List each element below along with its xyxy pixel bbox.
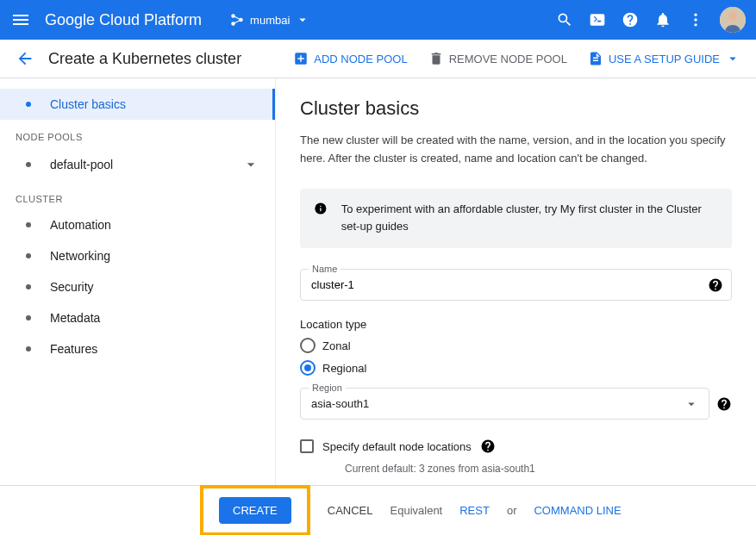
nav-section-cluster: CLUSTER: [0, 182, 275, 209]
header-actions: [556, 7, 746, 33]
add-node-pool-button[interactable]: ADD NODE POOL: [293, 51, 407, 66]
info-banner: To experiment with an affordable cluster…: [300, 189, 732, 249]
name-label: Name: [309, 264, 341, 274]
bullet-icon: [26, 162, 31, 167]
equivalent-label: Equivalent: [390, 504, 443, 517]
brand-title: Google Cloud Platform: [45, 11, 202, 29]
use-setup-guide-button[interactable]: USE A SETUP GUIDE: [588, 51, 740, 66]
dropdown-icon: [725, 51, 740, 66]
radio-icon: [300, 338, 316, 353]
checkbox-icon: [300, 439, 314, 453]
name-input[interactable]: [300, 269, 732, 301]
nav-default-pool[interactable]: default-pool: [0, 147, 275, 182]
content-title: Cluster basics: [300, 97, 732, 120]
back-icon[interactable]: [16, 49, 34, 68]
nav-automation[interactable]: Automation: [0, 209, 275, 240]
bullet-icon: [26, 253, 31, 258]
create-button[interactable]: CREATE: [219, 497, 291, 524]
user-avatar[interactable]: [720, 7, 746, 33]
nav-networking[interactable]: Networking: [0, 240, 275, 271]
project-icon: [229, 12, 245, 28]
name-field: Name: [300, 269, 732, 301]
page-title: Create a Kubernetes cluster: [48, 50, 293, 68]
project-name: mumbai: [250, 14, 290, 27]
nav-features[interactable]: Features: [0, 333, 275, 364]
svg-point-3: [694, 14, 697, 16]
radio-regional[interactable]: Regional: [300, 360, 732, 376]
nav-section-node-pools: NODE POOLS: [0, 120, 275, 147]
bullet-icon: [26, 346, 31, 351]
region-select[interactable]: asia-south1: [300, 388, 709, 420]
project-selector[interactable]: mumbai: [222, 9, 317, 31]
region-label: Region: [309, 383, 346, 393]
content-description: The new cluster will be created with the…: [300, 132, 732, 168]
main-content: Cluster basics The new cluster will be c…: [276, 78, 756, 485]
global-header: Google Cloud Platform mumbai: [0, 0, 756, 40]
or-label: or: [507, 504, 517, 517]
radio-icon: [300, 360, 316, 376]
bullet-icon: [26, 222, 31, 227]
page-header: Create a Kubernetes cluster ADD NODE POO…: [0, 40, 756, 78]
command-line-link[interactable]: COMMAND LINE: [534, 504, 621, 517]
delete-icon: [428, 51, 444, 66]
help-icon[interactable]: [708, 277, 723, 293]
help-icon[interactable]: [480, 439, 496, 454]
notifications-icon[interactable]: [654, 11, 672, 28]
menu-icon[interactable]: [10, 9, 31, 30]
add-box-icon: [293, 51, 309, 66]
location-type-label: Location type: [300, 318, 732, 331]
bullet-icon: [26, 284, 31, 289]
search-icon[interactable]: [556, 11, 573, 28]
dropdown-icon: [295, 12, 310, 28]
cancel-button[interactable]: CANCEL: [328, 504, 373, 517]
specify-default-checkbox[interactable]: Specify default node locations: [300, 439, 732, 454]
help-icon[interactable]: [716, 396, 732, 412]
bullet-icon: [26, 315, 31, 320]
nav-cluster-basics[interactable]: Cluster basics: [0, 89, 275, 120]
current-default-hint: Current default: 3 zones from asia-south…: [345, 463, 732, 475]
bullet-icon: [26, 102, 31, 107]
remove-node-pool-button[interactable]: REMOVE NODE POOL: [428, 51, 567, 66]
document-icon: [588, 51, 603, 66]
more-icon[interactable]: [687, 11, 704, 28]
radio-zonal[interactable]: Zonal: [300, 338, 732, 353]
nav-security[interactable]: Security: [0, 271, 275, 302]
svg-point-7: [728, 12, 737, 21]
footer: CREATE CANCEL Equivalent REST or COMMAND…: [0, 485, 756, 535]
svg-point-4: [694, 18, 697, 21]
dropdown-icon: [684, 396, 699, 412]
nav-metadata[interactable]: Metadata: [0, 302, 275, 333]
create-highlight: CREATE: [200, 485, 310, 535]
sidebar: Cluster basics NODE POOLS default-pool C…: [0, 78, 276, 485]
chevron-down-icon: [242, 156, 259, 173]
rest-link[interactable]: REST: [459, 504, 490, 517]
svg-point-5: [694, 23, 697, 26]
help-icon[interactable]: [622, 11, 639, 28]
info-icon: [314, 201, 328, 216]
cloud-shell-icon[interactable]: [589, 11, 606, 28]
